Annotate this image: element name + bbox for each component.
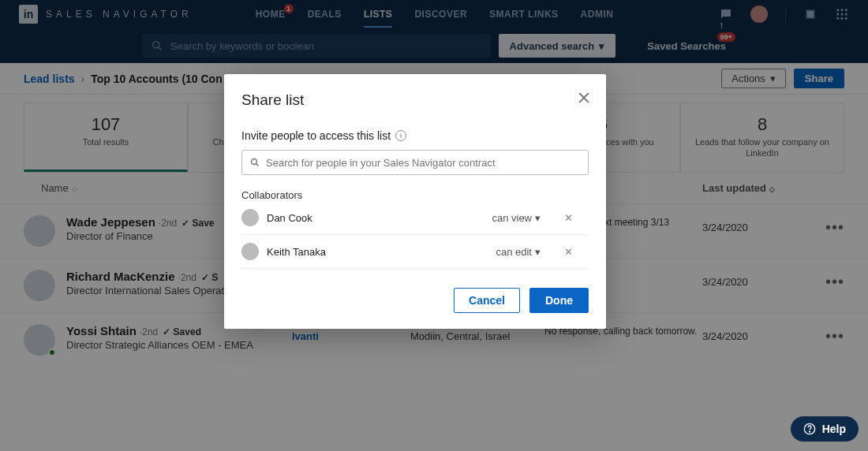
svg-point-16: [809, 431, 810, 432]
close-icon[interactable]: [576, 90, 592, 106]
share-list-modal: Share list Invite people to access this …: [224, 74, 606, 329]
chevron-down-icon: ▾: [535, 246, 541, 258]
collaborator-name: Dan Cook: [267, 212, 312, 224]
help-label: Help: [822, 423, 846, 435]
svg-line-14: [256, 164, 259, 166]
permission-dropdown[interactable]: can view▾: [492, 212, 541, 224]
cancel-button[interactable]: Cancel: [454, 288, 520, 313]
collaborator-row: Dan Cook can view▾ ✕: [241, 201, 589, 235]
modal-title: Share list: [241, 91, 589, 109]
search-people-input[interactable]: Search for people in your Sales Navigato…: [241, 150, 589, 175]
collaborator-row: Keith Tanaka can edit▾ ✕: [241, 235, 589, 269]
avatar: [241, 243, 259, 260]
collaborator-name: Keith Tanaka: [267, 246, 326, 258]
collaborators-label: Collaborators: [241, 189, 589, 201]
permission-dropdown[interactable]: can edit▾: [496, 246, 541, 258]
svg-point-13: [252, 159, 257, 165]
help-icon: [803, 423, 816, 435]
search-icon: [250, 158, 260, 167]
modal-invite-label: Invite people to access this list i: [241, 129, 589, 142]
invite-text: Invite people to access this list: [241, 129, 391, 142]
permission-label: can edit: [496, 246, 532, 258]
done-button[interactable]: Done: [529, 288, 589, 313]
remove-collaborator-icon[interactable]: ✕: [564, 212, 573, 224]
info-icon[interactable]: i: [395, 130, 406, 141]
remove-collaborator-icon[interactable]: ✕: [564, 246, 573, 258]
avatar: [241, 209, 259, 226]
chevron-down-icon: ▾: [535, 212, 541, 224]
help-button[interactable]: Help: [791, 416, 859, 442]
modal-footer: Cancel Done: [241, 288, 589, 313]
permission-label: can view: [492, 212, 532, 224]
search-people-placeholder: Search for people in your Sales Navigato…: [266, 157, 496, 169]
